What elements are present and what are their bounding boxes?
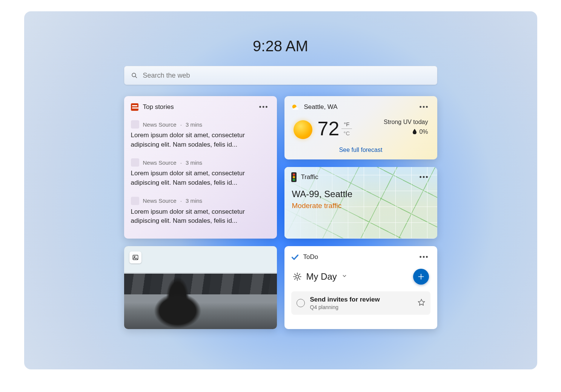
widget-weather[interactable]: Seattle, WA ••• 72 °F °C Strong UV today — [284, 96, 437, 159]
task-checkbox[interactable] — [297, 299, 305, 307]
search-icon — [131, 72, 138, 79]
svg-point-0 — [132, 73, 136, 77]
svg-line-12 — [294, 279, 295, 279]
news-item[interactable]: News Source · 3 mins Lorem ipsum dolor s… — [131, 193, 270, 231]
svg-point-4 — [134, 256, 135, 257]
widget-title: ToDo — [303, 253, 318, 261]
svg-line-13 — [299, 274, 300, 275]
sun-icon — [294, 120, 312, 139]
todo-list-label[interactable]: My Day — [306, 271, 337, 282]
traffic-light-icon — [291, 172, 297, 182]
task-title: Send invites for review — [310, 296, 380, 303]
widget-todo[interactable]: ToDo ••• My Day Send invites for review — [284, 246, 437, 329]
weather-temp: 72 — [318, 119, 340, 138]
widget-photos[interactable] — [124, 246, 277, 329]
weather-units[interactable]: °F °C — [341, 121, 352, 136]
news-item[interactable]: News Source · 3 mins Lorem ipsum dolor s… — [131, 155, 270, 193]
traffic-route: WA-99, Seattle — [292, 189, 430, 199]
svg-line-11 — [299, 279, 300, 279]
more-button[interactable]: ••• — [418, 172, 430, 182]
svg-line-1 — [135, 77, 137, 78]
search-bar[interactable] — [124, 66, 437, 85]
todo-app-icon — [291, 253, 299, 261]
photos-icon — [129, 251, 141, 263]
widget-title: Traffic — [301, 173, 318, 181]
weather-app-icon — [291, 103, 300, 111]
news-headline: Lorem ipsum dolor sit amet, consectetur … — [131, 207, 270, 226]
chevron-down-icon[interactable] — [341, 273, 347, 280]
task-row[interactable]: Send invites for review Q4 planning — [291, 291, 430, 315]
weather-headline: Strong UV today — [384, 119, 428, 126]
more-button[interactable]: ••• — [258, 102, 270, 112]
clock: 9:28 AM — [24, 11, 537, 66]
news-item[interactable]: News Source · 3 mins Lorem ipsum dolor s… — [131, 116, 270, 155]
widget-title: Top stories — [143, 103, 174, 111]
news-source: News Source — [143, 159, 177, 166]
news-list: News Source · 3 mins Lorem ipsum dolor s… — [124, 116, 277, 238]
widget-traffic[interactable]: Traffic ••• WA-99, Seattle Moderate traf… — [284, 167, 437, 239]
news-headline: Lorem ipsum dolor sit amet, consectetur … — [131, 131, 270, 149]
task-sub: Q4 planning — [310, 304, 380, 310]
weather-location: Seattle, WA — [304, 103, 338, 111]
forecast-link[interactable]: See full forecast — [284, 143, 437, 159]
news-headline: Lorem ipsum dolor sit amet, consectetur … — [131, 169, 270, 187]
unit-f[interactable]: °F — [341, 121, 352, 129]
news-age: 3 mins — [186, 121, 202, 128]
source-thumb — [131, 120, 139, 129]
widgets-panel: 9:28 AM Top stories ••• News Source · 3 … — [24, 11, 537, 369]
svg-marker-16 — [418, 299, 424, 305]
news-age: 3 mins — [186, 198, 202, 204]
widget-news[interactable]: Top stories ••• News Source · 3 mins Lor… — [124, 96, 277, 239]
news-icon — [131, 103, 138, 111]
more-button[interactable]: ••• — [418, 252, 430, 262]
droplet-icon — [412, 129, 417, 135]
source-thumb — [131, 158, 139, 167]
unit-c[interactable]: °C — [344, 129, 350, 136]
more-button[interactable]: ••• — [418, 102, 430, 112]
weather-precip: 0% — [419, 129, 428, 135]
photo-image — [124, 246, 277, 329]
news-source: News Source — [143, 121, 177, 128]
news-source: News Source — [143, 198, 177, 204]
search-input[interactable] — [143, 72, 430, 80]
sun-outline-icon — [293, 272, 302, 281]
source-thumb — [131, 197, 139, 205]
star-icon[interactable] — [418, 299, 425, 308]
add-task-button[interactable] — [413, 269, 429, 285]
svg-line-10 — [294, 274, 295, 275]
traffic-status: Moderate traffic — [292, 202, 430, 210]
news-age: 3 mins — [186, 159, 202, 166]
svg-point-5 — [296, 275, 299, 278]
